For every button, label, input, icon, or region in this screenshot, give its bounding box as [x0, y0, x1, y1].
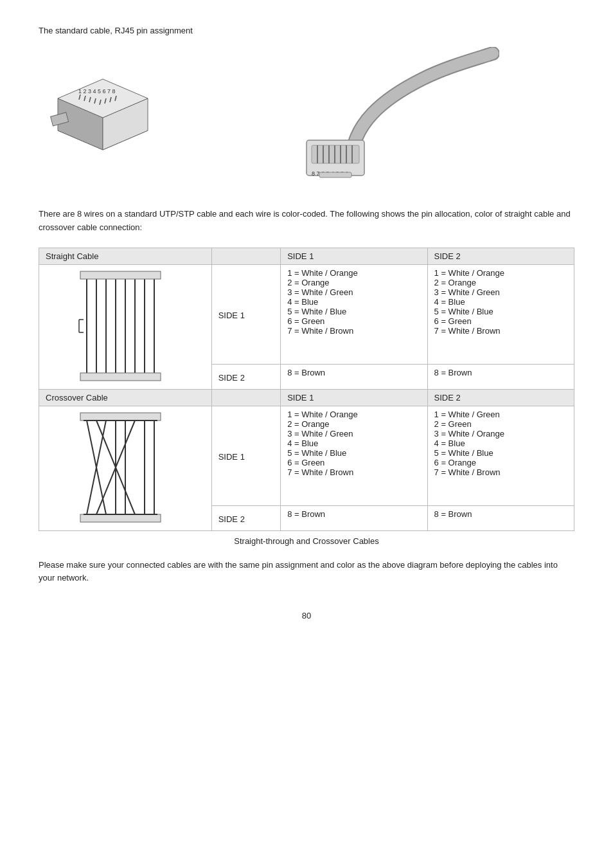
- straight-s1-pin4: 4 = Blue: [287, 297, 420, 307]
- diagram-area: 1 2 3 4 5 6 7 8: [39, 47, 574, 188]
- crossover-s2-pin2: 2 = Green: [434, 419, 567, 429]
- crossover-s2-pin4: 4 = Blue: [434, 439, 567, 448]
- cable-table: Straight Cable SIDE 1 SIDE 2: [39, 248, 574, 531]
- straight-wires-svg: [74, 268, 177, 384]
- table-caption: Straight-through and Crossover Cables: [39, 536, 574, 546]
- straight-cable-label: Straight Cable: [39, 248, 212, 264]
- crossover-cable-body: SIDE 1 1 = White / Orange 2 = Orange 3 =…: [39, 406, 574, 505]
- straight-s2-pin5: 5 = White / Blue: [434, 307, 567, 316]
- straight-s1-pin2: 2 = Orange: [287, 278, 420, 287]
- rj45-cable-svg: 8 7 6 5 4 3 2 1: [255, 47, 499, 188]
- rj45-cable-diagram: 8 7 6 5 4 3 2 1: [180, 47, 574, 188]
- crossover-s2-pin1: 1 = White / Green: [434, 410, 567, 419]
- crossover-cable-label: Crossover Cable: [39, 389, 212, 406]
- straight-side-label-col: [211, 248, 280, 264]
- straight-s2-pin4: 4 = Blue: [434, 297, 567, 307]
- crossover-side1-header: SIDE 1: [281, 389, 427, 406]
- crossover-s2-pin6: 6 = Orange: [434, 458, 567, 467]
- crossover-side1-values: 1 = White / Orange 2 = Orange 3 = White …: [281, 406, 427, 505]
- crossover-side2-pin8: 8 = Brown: [427, 505, 574, 530]
- crossover-wire-diagram: [39, 406, 212, 530]
- straight-s2-pin6: 6 = Green: [434, 316, 567, 326]
- straight-wire-diagram: [39, 264, 212, 389]
- straight-side1-values: 1 = White / Orange 2 = Orange 3 = White …: [281, 264, 427, 364]
- straight-s1-pin5: 5 = White / Blue: [287, 307, 420, 316]
- straight-side2-values: 1 = White / Orange 2 = Orange 3 = White …: [427, 264, 574, 364]
- crossover-s1-pin1: 1 = White / Orange: [287, 410, 420, 419]
- crossover-cable-header: Crossover Cable SIDE 1 SIDE 2: [39, 389, 574, 406]
- straight-s2-pin1: 1 = White / Orange: [434, 268, 567, 278]
- crossover-s2-pin3: 3 = White / Orange: [434, 429, 567, 439]
- straight-side1-row-label: SIDE 1: [211, 264, 280, 364]
- svg-rect-35: [80, 271, 161, 279]
- straight-s1-pin6: 6 = Green: [287, 316, 420, 326]
- straight-side2-header: SIDE 2: [427, 248, 574, 264]
- straight-side2-pin8: 8 = Brown: [427, 364, 574, 389]
- crossover-side1-pin8: 8 = Brown: [281, 505, 427, 530]
- straight-s2-pin2: 2 = Orange: [434, 278, 567, 287]
- crossover-s1-pin3: 3 = White / Green: [287, 429, 420, 439]
- straight-s2-pin7: 7 = White / Brown: [434, 326, 567, 336]
- rj45-plug-diagram: 1 2 3 4 5 6 7 8: [39, 47, 167, 177]
- crossover-side2-row-label: SIDE 2: [211, 505, 280, 530]
- rj45-plug-svg: 1 2 3 4 5 6 7 8: [39, 47, 167, 176]
- crossover-side2-header: SIDE 2: [427, 389, 574, 406]
- description-text: There are 8 wires on a standard UTP/STP …: [39, 208, 574, 235]
- straight-cable-header: Straight Cable SIDE 1 SIDE 2: [39, 248, 574, 264]
- page-number: 80: [39, 611, 574, 620]
- crossover-side-label-col: [211, 389, 280, 406]
- crossover-s1-pin2: 2 = Orange: [287, 419, 420, 429]
- crossover-s1-pin6: 6 = Green: [287, 458, 420, 467]
- svg-rect-41: [80, 514, 161, 522]
- crossover-wires-svg: [74, 410, 177, 525]
- svg-rect-24: [319, 172, 351, 177]
- straight-s2-pin3: 3 = White / Green: [434, 287, 567, 297]
- straight-side2-row-label: SIDE 2: [211, 364, 280, 389]
- crossover-s2-pin5: 5 = White / Blue: [434, 448, 567, 458]
- crossover-s1-pin7: 7 = White / Brown: [287, 467, 420, 477]
- crossover-s1-pin5: 5 = White / Blue: [287, 448, 420, 458]
- straight-s1-pin7: 7 = White / Brown: [287, 326, 420, 336]
- straight-s1-pin1: 1 = White / Orange: [287, 268, 420, 278]
- crossover-side1-row-label: SIDE 1: [211, 406, 280, 505]
- straight-cable-body: SIDE 1 1 = White / Orange 2 = Orange 3 =…: [39, 264, 574, 364]
- crossover-s2-pin7: 7 = White / Brown: [434, 467, 567, 477]
- crossover-side2-values: 1 = White / Green 2 = Green 3 = White / …: [427, 406, 574, 505]
- svg-rect-36: [80, 373, 161, 381]
- straight-s1-pin3: 3 = White / Green: [287, 287, 420, 297]
- footer-text: Please make sure your connected cables a…: [39, 559, 574, 586]
- intro-heading: The standard cable, RJ45 pin assignment: [39, 26, 574, 35]
- straight-side1-header: SIDE 1: [281, 248, 427, 264]
- straight-side1-pin8: 8 = Brown: [281, 364, 427, 389]
- svg-text:1 2 3 4 5 6 7 8: 1 2 3 4 5 6 7 8: [78, 88, 116, 95]
- crossover-s1-pin4: 4 = Blue: [287, 439, 420, 448]
- svg-rect-40: [80, 413, 161, 420]
